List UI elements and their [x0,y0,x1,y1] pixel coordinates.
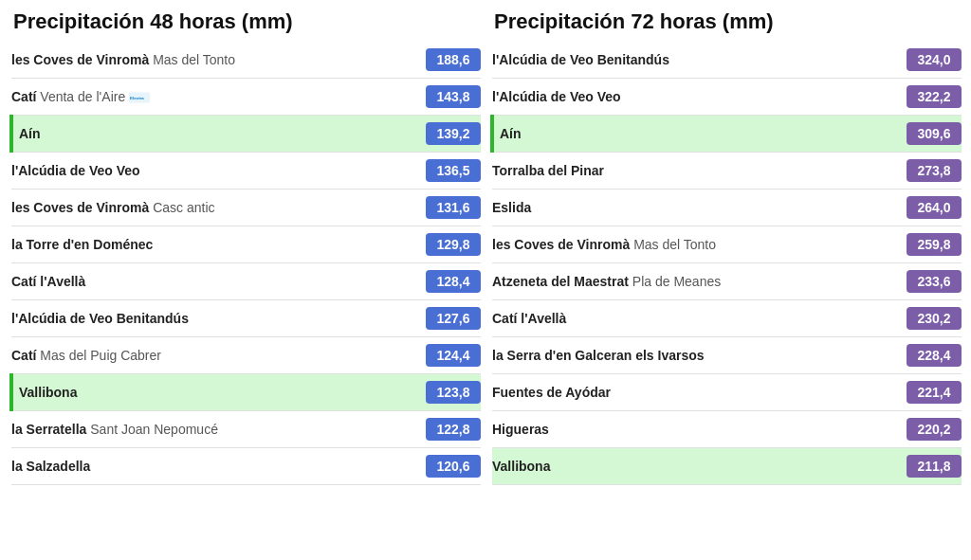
panel-48h: Precipitación 48 horas (mm) les Coves de… [9,9,481,551]
value-badge: 211,8 [907,455,962,478]
name-cell: les Coves de Vinromà Mas del Tonto [492,226,895,263]
name-cell: Vallibona [11,374,414,411]
name-cell: Eslida [492,190,895,226]
name-cell: Aín [11,116,414,153]
value-badge: 120,6 [426,455,481,478]
value-badge: 309,6 [907,122,962,145]
value-badge: 324,0 [907,48,962,71]
value-cell: 211,8 [895,448,962,485]
name-cell: la Serra d'en Galceran els Ivarsos [492,337,895,374]
value-cell: 322,2 [895,79,962,116]
name-cell: Catí Venta de l'Aire Electra [11,79,414,116]
value-cell: 128,4 [414,263,481,300]
value-badge: 264,0 [907,196,962,219]
name-cell: Fuentes de Ayódar [492,374,895,411]
value-cell: 143,8 [414,79,481,116]
value-badge: 128,4 [426,270,481,293]
electra-logo: Electra [129,91,150,104]
value-cell: 230,2 [895,300,962,337]
name-cell: Higueras [492,411,895,448]
value-badge: 136,5 [426,159,481,182]
name-cell: la Salzadella [11,448,414,485]
value-cell: 124,4 [414,337,481,374]
value-badge: 322,2 [907,85,962,108]
name-cell: la Torre d'en Doménec [11,226,414,263]
name-cell: l'Alcúdia de Veo Benitandús [492,42,895,79]
value-cell: 220,2 [895,411,962,448]
table-48h: les Coves de Vinromà Mas del Tonto188,6C… [9,42,481,485]
value-cell: 259,8 [895,226,962,263]
value-cell: 131,6 [414,190,481,226]
value-badge: 221,4 [907,381,962,404]
name-cell: Catí Mas del Puig Cabrer [11,337,414,374]
value-cell: 233,6 [895,263,962,300]
value-badge: 220,2 [907,418,962,441]
value-badge: 228,4 [907,344,962,367]
value-badge: 273,8 [907,159,962,182]
value-badge: 123,8 [426,381,481,404]
value-badge: 131,6 [426,196,481,219]
name-cell: l'Alcúdia de Veo Veo [492,79,895,116]
name-cell: Aín [492,116,895,153]
value-cell: 228,4 [895,337,962,374]
panel-72h-title: Precipitación 72 horas (mm) [490,9,962,34]
value-cell: 221,4 [895,374,962,411]
panel-48h-title: Precipitación 48 horas (mm) [9,9,481,34]
value-cell: 127,6 [414,300,481,337]
value-badge: 129,8 [426,233,481,256]
name-cell: la Serratella Sant Joan Nepomucé [11,411,414,448]
svg-text:Electra: Electra [130,96,144,100]
value-badge: 122,8 [426,418,481,441]
value-badge: 139,2 [426,122,481,145]
name-cell: les Coves de Vinromà Casc antic [11,190,414,226]
main-container: Precipitación 48 horas (mm) les Coves de… [0,0,971,560]
value-badge: 143,8 [426,85,481,108]
value-cell: 136,5 [414,153,481,190]
value-badge: 127,6 [426,307,481,330]
name-cell: les Coves de Vinromà Mas del Tonto [11,42,414,79]
value-badge: 230,2 [907,307,962,330]
value-cell: 264,0 [895,190,962,226]
table-72h: l'Alcúdia de Veo Benitandús324,0l'Alcúdi… [490,42,962,485]
value-cell: 129,8 [414,226,481,263]
value-badge: 188,6 [426,48,481,71]
name-cell: l'Alcúdia de Veo Benitandús [11,300,414,337]
value-cell: 139,2 [414,116,481,153]
name-cell: Catí l'Avellà [11,263,414,300]
value-cell: 123,8 [414,374,481,411]
name-cell: l'Alcúdia de Veo Veo [11,153,414,190]
value-cell: 120,6 [414,448,481,485]
value-cell: 273,8 [895,153,962,190]
value-cell: 122,8 [414,411,481,448]
name-cell: Catí l'Avellà [492,300,895,337]
name-cell: Vallibona [492,448,895,485]
panel-72h: Precipitación 72 horas (mm) l'Alcúdia de… [490,9,962,551]
value-badge: 259,8 [907,233,962,256]
name-cell: Torralba del Pinar [492,153,895,190]
value-cell: 188,6 [414,42,481,79]
value-cell: 309,6 [895,116,962,153]
value-badge: 233,6 [907,270,962,293]
name-cell: Atzeneta del Maestrat Pla de Meanes [492,263,895,300]
value-cell: 324,0 [895,42,962,79]
value-badge: 124,4 [426,344,481,367]
